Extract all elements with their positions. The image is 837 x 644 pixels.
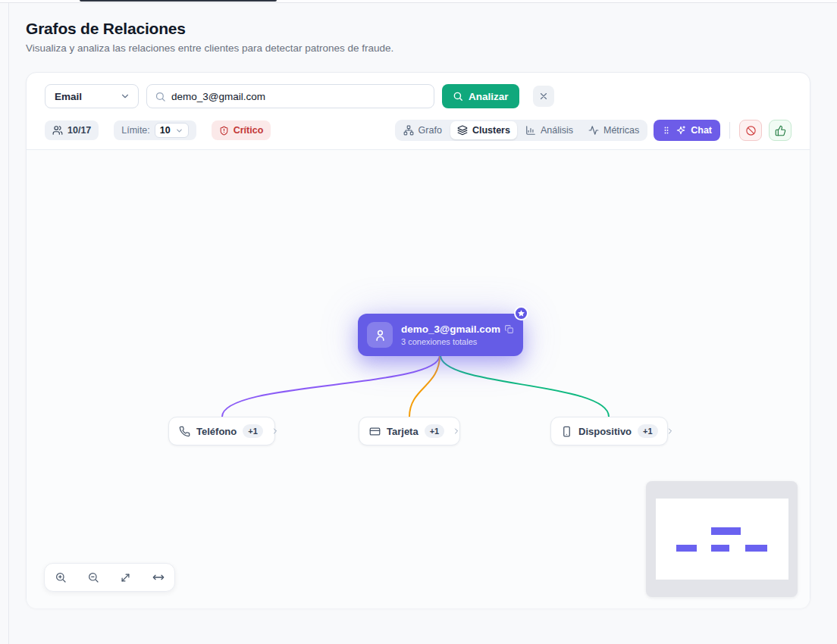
chevron-down-icon	[175, 127, 183, 135]
search-field[interactable]	[146, 84, 434, 108]
minimap-node	[745, 545, 767, 552]
ban-icon	[745, 125, 757, 136]
zoom-in-icon[interactable]	[50, 567, 71, 588]
page-header: Grafos de Relaciones Visualiza y analiza…	[26, 20, 393, 54]
ban-button[interactable]	[739, 120, 762, 141]
edge-telefono	[222, 355, 440, 417]
view-tab-group: Grafo Clusters Análisis	[395, 120, 648, 141]
smartphone-icon	[561, 426, 572, 437]
minimap-root-node	[711, 527, 741, 535]
expand-icon[interactable]	[115, 567, 136, 588]
activity-icon	[588, 125, 599, 136]
edge-dispositivo	[440, 355, 609, 417]
group-card-dispositivo[interactable]: Dispositivo +1	[550, 417, 668, 445]
shield-alert-icon	[219, 126, 229, 136]
chat-button-label: Chat	[691, 125, 712, 136]
node-count-badge: 10/17	[45, 120, 99, 140]
root-node[interactable]: demo_3@gmail.com 3 conexiones totales	[358, 314, 523, 356]
group-label: Dispositivo	[578, 426, 632, 437]
network-icon	[403, 125, 414, 136]
graph-panel: Email Analizar	[26, 72, 810, 608]
root-node-title: demo_3@gmail.com	[401, 324, 500, 335]
limit-value: 10	[160, 125, 171, 136]
toolbar-divider	[729, 122, 730, 139]
zoom-out-icon[interactable]	[83, 567, 104, 588]
chevron-right-icon	[271, 427, 280, 436]
thumbs-up-icon	[775, 125, 786, 136]
users-icon	[52, 125, 63, 136]
tab-metricas[interactable]: Métricas	[582, 121, 646, 139]
filter-toolbar: 10/17 Límite: 10 Crítico	[45, 120, 792, 141]
analyze-button-label: Analizar	[469, 91, 509, 102]
sparkles-icon	[676, 125, 686, 136]
layout-divider	[8, 3, 9, 644]
limit-select[interactable]: 10	[155, 123, 189, 138]
analyze-button[interactable]: Analizar	[442, 84, 519, 108]
phone-icon	[179, 426, 190, 437]
bar-chart-icon	[525, 125, 536, 136]
search-icon	[155, 91, 166, 102]
group-label: Teléfono	[196, 426, 237, 437]
page-subtitle: Visualiza y analiza las relaciones entre…	[26, 42, 393, 54]
limit-label: Límite:	[121, 125, 150, 136]
chevron-down-icon	[120, 91, 130, 102]
node-count-value: 10/17	[67, 125, 91, 136]
clear-search-button[interactable]	[533, 86, 554, 107]
group-label: Tarjeta	[387, 426, 418, 437]
credit-card-icon	[369, 426, 381, 437]
minimap-node	[711, 545, 729, 552]
search-input[interactable]	[171, 91, 426, 102]
star-icon	[514, 306, 528, 320]
zoom-toolbar	[44, 563, 175, 592]
layers-icon	[457, 125, 468, 136]
copy-icon[interactable]	[504, 324, 514, 334]
group-count-badge: +1	[425, 424, 445, 438]
entity-type-select[interactable]: Email	[45, 84, 139, 108]
group-count-badge: +1	[243, 424, 263, 438]
severity-label: Crítico	[234, 125, 264, 136]
page-title: Grafos de Relaciones	[26, 20, 393, 38]
fit-width-icon[interactable]	[148, 567, 169, 588]
tab-label: Métricas	[603, 125, 639, 136]
minimap[interactable]	[646, 481, 798, 597]
chat-button[interactable]: Chat	[654, 120, 720, 141]
chevron-right-icon	[452, 427, 461, 436]
tab-label: Grafo	[418, 125, 442, 136]
chevron-right-icon	[666, 427, 675, 436]
group-card-tarjeta[interactable]: Tarjeta +1	[359, 417, 460, 445]
minimap-node	[676, 545, 697, 552]
entity-type-value: Email	[55, 91, 82, 102]
browser-tab-underline	[80, 0, 277, 2]
grip-dots-icon	[662, 126, 671, 135]
severity-badge: Crítico	[212, 120, 271, 140]
limit-control: Límite: 10	[114, 120, 196, 140]
thumbs-up-button[interactable]	[769, 120, 792, 141]
tab-grafo[interactable]: Grafo	[397, 121, 449, 139]
minimap-viewport	[656, 499, 788, 580]
edge-tarjeta	[409, 355, 440, 417]
x-icon	[538, 91, 549, 102]
user-icon	[367, 322, 393, 348]
tab-label: Clusters	[472, 125, 510, 136]
tab-analisis[interactable]: Análisis	[519, 121, 580, 139]
browser-edge-sliver	[0, 0, 837, 3]
group-card-telefono[interactable]: Teléfono +1	[168, 417, 275, 445]
tab-label: Análisis	[541, 125, 573, 136]
root-node-subtitle: 3 conexiones totales	[401, 337, 514, 346]
search-toolbar: Email Analizar	[45, 84, 792, 108]
graph-canvas[interactable]: demo_3@gmail.com 3 conexiones totales Te…	[27, 150, 810, 608]
group-count-badge: +1	[638, 424, 658, 438]
search-icon	[453, 91, 463, 102]
tab-clusters[interactable]: Clusters	[450, 121, 517, 139]
